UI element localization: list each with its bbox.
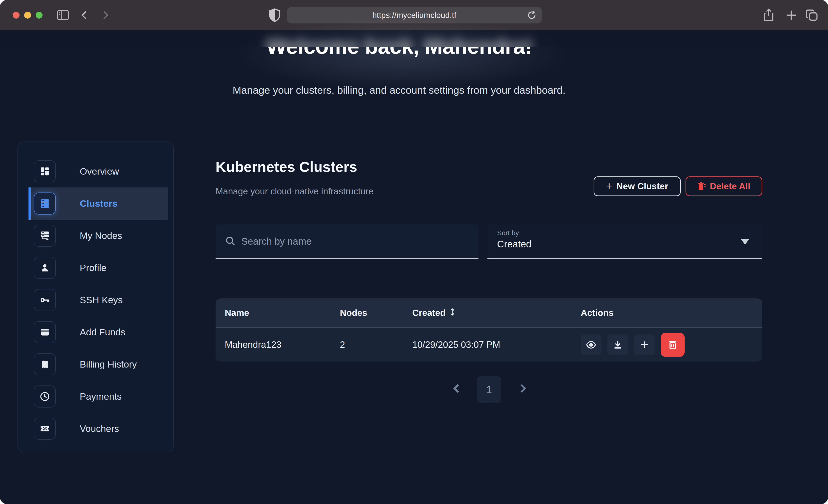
page-number-button[interactable]: 1 [477,376,501,403]
sidebar-item-label: Profile [80,262,107,274]
column-header-actions: Actions [572,308,762,318]
sort-updown-icon [449,307,455,319]
new-cluster-label: New Cluster [616,181,668,192]
nodes-icon [34,225,56,247]
sort-label: Sort by [497,229,519,237]
close-window-button[interactable] [13,12,19,18]
cell-created: 10/29/2025 03:07 PM [403,339,572,350]
cell-name: Mahendra123 [215,339,331,350]
cell-actions [572,333,762,357]
chevron-down-icon [741,239,749,245]
sidebar-toggle-icon[interactable] [56,0,70,30]
search-box [215,224,479,259]
delete-all-button[interactable]: Delete All [686,176,762,196]
sidebar-item-label: Billing History [80,359,137,370]
sidebar-item-label: My Nodes [80,230,122,241]
page-number: 1 [486,383,492,396]
download-kubeconfig-button[interactable] [607,334,628,355]
user-icon [34,257,56,279]
cell-nodes: 2 [331,339,403,350]
download-icon [613,340,623,350]
table-row: Mahendra123 2 10/29/2025 03:07 PM [215,328,762,362]
share-icon[interactable] [761,0,777,30]
forward-button[interactable] [98,0,112,30]
section-heading: Kubernetes Clusters [215,159,357,175]
section-subheading: Manage your cloud-native infrastructure [215,186,373,197]
servers-icon [34,193,56,215]
view-cluster-button[interactable] [581,334,602,355]
sidebar-item-vouchers[interactable]: Vouchers [24,413,168,445]
previous-page-button[interactable] [451,382,463,395]
trash-icon [698,182,706,191]
plus-icon [639,340,650,350]
next-page-button[interactable] [516,382,529,395]
sidebar-item-my-nodes[interactable]: My Nodes [24,220,168,252]
top-blur-strip [0,30,828,47]
dashboard-icon [34,160,56,182]
sidebar: Overview Clusters [17,141,174,452]
plus-icon: + [606,180,612,192]
new-tab-icon[interactable] [783,0,799,30]
sidebar-item-label: SSH Keys [80,295,123,305]
ticket-icon [34,418,56,440]
receipt-icon [34,353,56,375]
sidebar-item-label: Vouchers [80,423,119,434]
back-button[interactable] [78,0,91,30]
card-icon [34,321,56,343]
zoom-window-button[interactable] [36,12,43,18]
trash-icon [667,339,678,350]
active-indicator-bar [29,187,31,220]
delete-all-label: Delete All [710,181,750,192]
sidebar-item-label: Clusters [80,198,117,209]
sidebar-item-ssh-keys[interactable]: SSH Keys [24,284,168,316]
column-header-name: Name [215,308,331,318]
page-subtitle: Manage your clusters, billing, and accou… [0,84,798,96]
sidebar-item-overview[interactable]: Overview [24,155,168,187]
search-input[interactable] [241,224,467,258]
clusters-table: Name Nodes Created Actions Mahendra123 2… [215,298,762,362]
sidebar-item-profile[interactable]: Profile [24,252,168,284]
search-icon [225,236,235,246]
sidebar-item-label: Overview [80,166,119,177]
column-header-nodes: Nodes [331,308,403,318]
add-node-button[interactable] [634,334,655,355]
column-header-created-label: Created [412,308,446,318]
sort-value: Created [497,239,531,250]
browser-window: https://myceliumcloud.tf [0,0,828,504]
tab-overview-icon[interactable] [804,0,820,30]
page-content: Welcome back, Mahendra! Manage your clus… [0,30,828,504]
table-header-row: Name Nodes Created Actions [215,298,762,328]
minimize-window-button[interactable] [24,12,31,18]
column-header-created[interactable]: Created [403,307,572,319]
eye-icon [586,339,596,350]
key-icon [34,289,56,311]
new-cluster-button[interactable]: + New Cluster [593,176,681,196]
sidebar-item-add-funds[interactable]: Add Funds [24,316,168,348]
delete-cluster-button[interactable] [661,333,685,357]
sort-dropdown[interactable]: Sort by Created [487,224,762,259]
sidebar-item-label: Add Funds [80,327,125,338]
sidebar-item-clusters[interactable]: Clusters [24,187,168,220]
pagination: 1 [0,375,828,405]
